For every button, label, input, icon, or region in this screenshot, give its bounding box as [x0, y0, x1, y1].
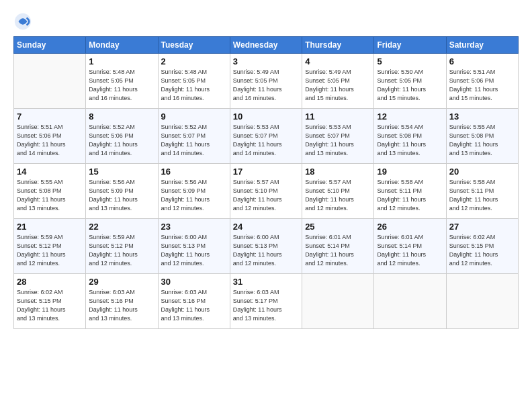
day-info: Sunrise: 5:57 AMSunset: 5:10 PMDaylight:… [233, 178, 299, 213]
calendar-cell: 5Sunrise: 5:50 AMSunset: 5:05 PMDaylight… [374, 54, 446, 109]
day-number: 12 [377, 111, 443, 122]
page: SundayMondayTuesdayWednesdayThursdayFrid… [0, 0, 532, 411]
day-info: Sunrise: 5:58 AMSunset: 5:11 PMDaylight:… [449, 178, 515, 213]
day-number: 17 [233, 167, 299, 177]
day-info: Sunrise: 6:03 AMSunset: 5:16 PMDaylight:… [161, 288, 227, 323]
day-number: 14 [17, 167, 83, 177]
day-info: Sunrise: 5:57 AMSunset: 5:10 PMDaylight:… [305, 178, 371, 213]
day-info: Sunrise: 5:53 AMSunset: 5:07 PMDaylight:… [233, 123, 299, 158]
day-number: 20 [449, 167, 515, 177]
calendar-cell: 22Sunrise: 5:59 AMSunset: 5:12 PMDayligh… [86, 219, 158, 274]
calendar-cell: 15Sunrise: 5:56 AMSunset: 5:09 PMDayligh… [86, 164, 158, 219]
calendar-cell: 20Sunrise: 5:58 AMSunset: 5:11 PMDayligh… [446, 164, 518, 219]
day-info: Sunrise: 5:55 AMSunset: 5:08 PMDaylight:… [449, 123, 515, 158]
calendar-cell: 2Sunrise: 5:48 AMSunset: 5:05 PMDaylight… [158, 54, 230, 109]
day-number: 29 [89, 277, 154, 287]
calendar-cell: 21Sunrise: 5:59 AMSunset: 5:12 PMDayligh… [14, 219, 86, 274]
calendar-cell: 7Sunrise: 5:51 AMSunset: 5:06 PMDaylight… [14, 109, 86, 164]
day-number: 22 [89, 222, 154, 232]
calendar-cell: 1Sunrise: 5:48 AMSunset: 5:05 PMDaylight… [86, 54, 158, 109]
day-number: 3 [233, 56, 299, 66]
day-info: Sunrise: 6:02 AMSunset: 5:15 PMDaylight:… [449, 233, 515, 268]
day-number: 4 [305, 56, 371, 66]
day-number: 10 [233, 111, 299, 122]
header-friday: Friday [374, 37, 446, 54]
day-number: 9 [161, 111, 227, 122]
day-number: 13 [449, 111, 515, 122]
day-info: Sunrise: 5:51 AMSunset: 5:06 PMDaylight:… [449, 68, 515, 103]
day-info: Sunrise: 5:53 AMSunset: 5:07 PMDaylight:… [305, 123, 371, 158]
header [13, 12, 519, 31]
header-monday: Monday [86, 37, 158, 54]
day-number: 8 [89, 111, 154, 122]
day-number: 2 [161, 56, 227, 66]
header-tuesday: Tuesday [158, 37, 230, 54]
day-number: 30 [161, 277, 227, 287]
calendar-cell: 24Sunrise: 6:00 AMSunset: 5:13 PMDayligh… [230, 219, 302, 274]
day-info: Sunrise: 5:50 AMSunset: 5:05 PMDaylight:… [377, 68, 443, 103]
day-info: Sunrise: 5:59 AMSunset: 5:12 PMDaylight:… [89, 233, 154, 268]
day-number: 25 [305, 222, 371, 232]
day-info: Sunrise: 5:59 AMSunset: 5:12 PMDaylight:… [17, 233, 83, 268]
calendar-cell: 9Sunrise: 5:52 AMSunset: 5:07 PMDaylight… [158, 109, 230, 164]
header-saturday: Saturday [446, 37, 518, 54]
calendar-cell: 4Sunrise: 5:49 AMSunset: 5:05 PMDaylight… [302, 54, 374, 109]
day-number: 11 [305, 111, 371, 122]
calendar-cell [14, 54, 86, 109]
header-wednesday: Wednesday [230, 37, 302, 54]
day-info: Sunrise: 5:58 AMSunset: 5:11 PMDaylight:… [377, 178, 443, 213]
day-number: 27 [449, 222, 515, 232]
calendar-week-3: 14Sunrise: 5:55 AMSunset: 5:08 PMDayligh… [14, 164, 519, 219]
day-info: Sunrise: 6:01 AMSunset: 5:14 PMDaylight:… [377, 233, 443, 268]
calendar-cell: 29Sunrise: 6:03 AMSunset: 5:16 PMDayligh… [86, 274, 158, 329]
day-info: Sunrise: 6:00 AMSunset: 5:13 PMDaylight:… [233, 233, 299, 268]
logo [13, 12, 35, 31]
day-info: Sunrise: 5:52 AMSunset: 5:06 PMDaylight:… [89, 123, 154, 158]
header-thursday: Thursday [302, 37, 374, 54]
day-info: Sunrise: 5:49 AMSunset: 5:05 PMDaylight:… [233, 68, 299, 103]
calendar-cell: 23Sunrise: 6:00 AMSunset: 5:13 PMDayligh… [158, 219, 230, 274]
day-number: 1 [89, 56, 154, 66]
day-info: Sunrise: 5:51 AMSunset: 5:06 PMDaylight:… [17, 123, 83, 158]
day-info: Sunrise: 6:03 AMSunset: 5:17 PMDaylight:… [233, 288, 299, 323]
calendar-cell: 31Sunrise: 6:03 AMSunset: 5:17 PMDayligh… [230, 274, 302, 329]
calendar-body: 1Sunrise: 5:48 AMSunset: 5:05 PMDaylight… [14, 54, 519, 329]
day-number: 24 [233, 222, 299, 232]
calendar-cell: 14Sunrise: 5:55 AMSunset: 5:08 PMDayligh… [14, 164, 86, 219]
calendar-cell: 27Sunrise: 6:02 AMSunset: 5:15 PMDayligh… [446, 219, 518, 274]
day-info: Sunrise: 6:00 AMSunset: 5:13 PMDaylight:… [161, 233, 227, 268]
day-info: Sunrise: 5:55 AMSunset: 5:08 PMDaylight:… [17, 178, 83, 213]
day-number: 23 [161, 222, 227, 232]
calendar-header-row: SundayMondayTuesdayWednesdayThursdayFrid… [14, 37, 519, 54]
calendar-table: SundayMondayTuesdayWednesdayThursdayFrid… [13, 36, 519, 329]
calendar-cell: 13Sunrise: 5:55 AMSunset: 5:08 PMDayligh… [446, 109, 518, 164]
calendar-cell: 18Sunrise: 5:57 AMSunset: 5:10 PMDayligh… [302, 164, 374, 219]
calendar-cell: 25Sunrise: 6:01 AMSunset: 5:14 PMDayligh… [302, 219, 374, 274]
day-info: Sunrise: 5:48 AMSunset: 5:05 PMDaylight:… [89, 68, 154, 103]
calendar-cell: 19Sunrise: 5:58 AMSunset: 5:11 PMDayligh… [374, 164, 446, 219]
calendar-cell: 30Sunrise: 6:03 AMSunset: 5:16 PMDayligh… [158, 274, 230, 329]
day-number: 31 [233, 277, 299, 287]
calendar-cell: 6Sunrise: 5:51 AMSunset: 5:06 PMDaylight… [446, 54, 518, 109]
day-number: 5 [377, 56, 443, 66]
calendar-cell: 16Sunrise: 5:56 AMSunset: 5:09 PMDayligh… [158, 164, 230, 219]
calendar-cell [302, 274, 374, 329]
day-number: 6 [449, 56, 515, 66]
calendar-week-1: 1Sunrise: 5:48 AMSunset: 5:05 PMDaylight… [14, 54, 519, 109]
day-info: Sunrise: 6:01 AMSunset: 5:14 PMDaylight:… [305, 233, 371, 268]
day-info: Sunrise: 5:48 AMSunset: 5:05 PMDaylight:… [161, 68, 227, 103]
day-number: 15 [89, 167, 154, 177]
day-number: 28 [17, 277, 83, 287]
calendar-cell: 3Sunrise: 5:49 AMSunset: 5:05 PMDaylight… [230, 54, 302, 109]
day-info: Sunrise: 5:54 AMSunset: 5:08 PMDaylight:… [377, 123, 443, 158]
calendar-week-2: 7Sunrise: 5:51 AMSunset: 5:06 PMDaylight… [14, 109, 519, 164]
calendar-cell: 12Sunrise: 5:54 AMSunset: 5:08 PMDayligh… [374, 109, 446, 164]
calendar-cell [446, 274, 518, 329]
day-number: 19 [377, 167, 443, 177]
day-info: Sunrise: 6:02 AMSunset: 5:15 PMDaylight:… [17, 288, 83, 323]
day-info: Sunrise: 5:56 AMSunset: 5:09 PMDaylight:… [89, 178, 154, 213]
day-info: Sunrise: 5:49 AMSunset: 5:05 PMDaylight:… [305, 68, 371, 103]
day-number: 18 [305, 167, 371, 177]
header-sunday: Sunday [14, 37, 86, 54]
logo-icon [13, 12, 32, 31]
